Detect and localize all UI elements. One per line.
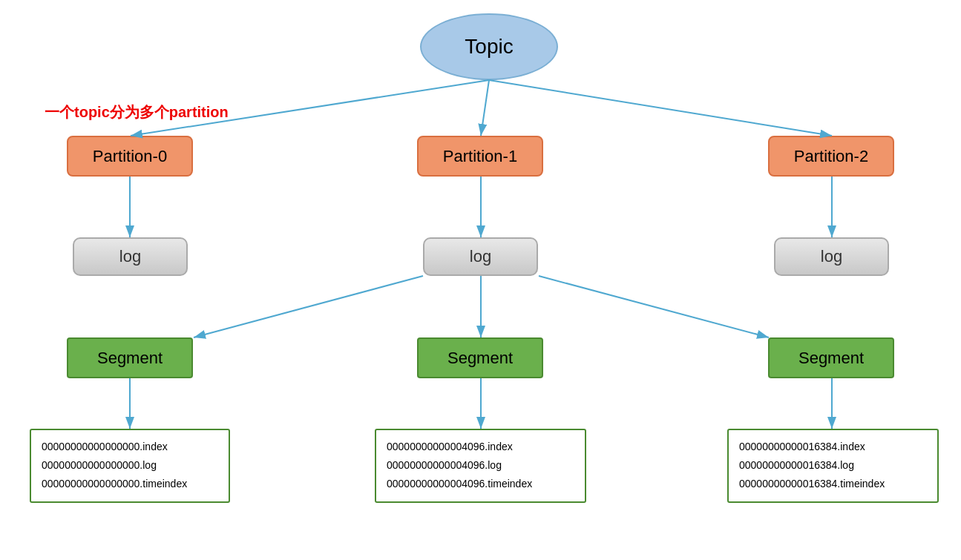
svg-line-2 (481, 80, 489, 136)
partition-2-node: Partition-2 (768, 136, 894, 177)
segment-1-label: Segment (447, 349, 513, 368)
file-1-line3: 00000000000004096.timeindex (387, 475, 574, 493)
log-2-label: log (821, 247, 842, 266)
file-1-line2: 00000000000004096.log (387, 456, 574, 475)
file-2-line3: 00000000000016384.timeindex (739, 475, 927, 493)
file-2-line2: 00000000000016384.log (739, 456, 927, 475)
file-0-line2: 00000000000000000.log (42, 456, 218, 475)
segment-0-node: Segment (67, 337, 193, 378)
annotation-text: 一个topic分为多个partition (45, 102, 229, 122)
log-1-node: log (423, 237, 538, 276)
svg-line-9 (539, 276, 769, 337)
segment-2-node: Segment (768, 337, 894, 378)
log-0-label: log (119, 247, 141, 266)
segment-1-node: Segment (417, 337, 543, 378)
partition-0-node: Partition-0 (67, 136, 193, 177)
partition-2-label: Partition-2 (794, 147, 868, 166)
log-2-node: log (774, 237, 889, 276)
partition-0-label: Partition-0 (93, 147, 167, 166)
file-0-line3: 00000000000000000.timeindex (42, 475, 218, 493)
file-2-line1: 00000000000016384.index (739, 438, 927, 456)
file-1-line1: 00000000000004096.index (387, 438, 574, 456)
svg-line-7 (194, 276, 423, 337)
topic-label: Topic (465, 35, 513, 59)
diagram-container: 一个topic分为多个partition Topic Partition-0 P… (0, 0, 961, 560)
file-0-line1: 00000000000000000.index (42, 438, 218, 456)
segment-2-label: Segment (798, 349, 864, 368)
segment-0-label: Segment (97, 349, 163, 368)
file-box-1: 00000000000004096.index 0000000000000409… (375, 429, 586, 503)
file-box-2: 00000000000016384.index 0000000000001638… (727, 429, 939, 503)
log-1-label: log (470, 247, 491, 266)
partition-1-node: Partition-1 (417, 136, 543, 177)
svg-line-3 (489, 80, 832, 136)
file-box-0: 00000000000000000.index 0000000000000000… (30, 429, 230, 503)
topic-node: Topic (420, 13, 558, 80)
partition-1-label: Partition-1 (443, 147, 517, 166)
log-0-node: log (73, 237, 188, 276)
